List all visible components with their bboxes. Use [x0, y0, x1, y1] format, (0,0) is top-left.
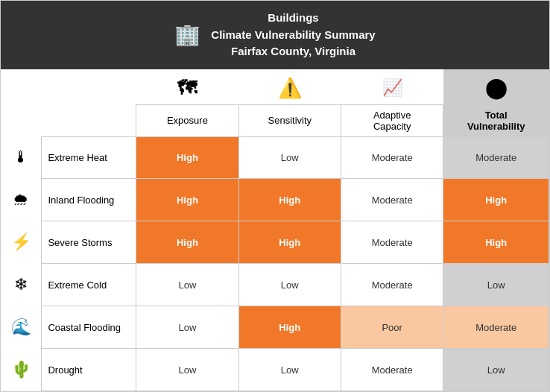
main-container: 🏢 Buildings Climate Vulnerability Summar… — [0, 0, 550, 392]
table-row: 🌧Inland FloodingHighHighModerateHigh — [1, 179, 549, 221]
row-label-3: Extreme Cold — [42, 264, 136, 306]
table-body: 🌡Extreme HeatHighLowModerateModerate🌧Inl… — [1, 136, 549, 391]
label-header-row: Exposure Sensitivity AdaptiveCapacity To… — [1, 104, 549, 136]
exposure-cell-2: High — [136, 221, 238, 264]
adaptive-cell-5: Moderate — [341, 349, 443, 391]
row-icon-4: 🌊 — [1, 306, 42, 349]
icon-row-empty1 — [1, 69, 42, 105]
row-label-1: Inland Flooding — [42, 179, 136, 221]
exposure-cell-4: Low — [136, 306, 238, 349]
exposure-cell-5: Low — [136, 349, 238, 391]
adaptive-header: AdaptiveCapacity — [341, 104, 443, 136]
row-label-0: Extreme Heat — [42, 136, 136, 179]
table-row: ⚡Severe StormsHighHighModerateHigh — [1, 221, 549, 264]
total-cell-3: Low — [443, 264, 549, 306]
exposure-header: Exposure — [136, 104, 238, 136]
exposure-cell-3: Low — [136, 264, 238, 306]
adaptive-cell-2: Moderate — [341, 221, 443, 264]
row-icon-5: 🌵 — [1, 349, 42, 391]
icon-header-row: 🗺 ⚠️ 📈 ⬤ — [1, 69, 549, 105]
total-cell-4: Moderate — [443, 306, 549, 349]
vulnerability-table: 🗺 ⚠️ 📈 ⬤ Exposure Sensitivity AdaptiveCa… — [1, 69, 549, 392]
adaptive-cell-1: Moderate — [341, 179, 443, 221]
label-row-empty1 — [1, 104, 42, 136]
header-title-line2: Climate Vulnerability Summary — [211, 27, 375, 44]
adaptive-cell-4: Poor — [341, 306, 443, 349]
table-area: 🗺 ⚠️ 📈 ⬤ Exposure Sensitivity AdaptiveCa… — [1, 69, 549, 392]
exposure-cell-0: High — [136, 136, 238, 179]
total-icon-cell: ⬤ — [443, 69, 549, 105]
sensitivity-cell-5: Low — [238, 349, 341, 391]
total-header: TotalVulnerability — [443, 104, 549, 136]
total-cell-2: High — [443, 221, 549, 264]
sensitivity-cell-1: High — [238, 179, 341, 221]
row-label-5: Drought — [42, 349, 136, 391]
label-row-empty2 — [42, 104, 136, 136]
exposure-cell-1: High — [136, 179, 238, 221]
row-icon-1: 🌧 — [1, 179, 42, 221]
sensitivity-cell-4: High — [238, 306, 341, 349]
table-row: 🌊Coastal FloodingLowHighPoorModerate — [1, 306, 549, 349]
total-cell-1: High — [443, 179, 549, 221]
table-row: 🌵DroughtLowLowModerateLow — [1, 349, 549, 391]
row-icon-2: ⚡ — [1, 221, 42, 264]
row-icon-3: ❄ — [1, 264, 42, 306]
table-row: ❄Extreme ColdLowLowModerateLow — [1, 264, 549, 306]
adaptive-cell-3: Moderate — [341, 264, 443, 306]
header-title-line3: Fairfax County, Virginia — [211, 43, 375, 60]
table-row: 🌡Extreme HeatHighLowModerateModerate — [1, 136, 549, 179]
header-title-line1: Buildings — [211, 10, 375, 27]
header-text-block: Buildings Climate Vulnerability Summary … — [211, 10, 375, 60]
sensitivity-header: Sensitivity — [238, 104, 341, 136]
row-label-2: Severe Storms — [42, 221, 136, 264]
adaptive-cell-0: Moderate — [341, 136, 443, 179]
sensitivity-cell-0: Low — [238, 136, 341, 179]
sensitivity-icon-cell: ⚠️ — [238, 69, 341, 105]
buildings-icon: 🏢 — [174, 25, 200, 45]
icon-row-empty2 — [42, 69, 136, 105]
row-icon-0: 🌡 — [1, 136, 42, 179]
page-header: 🏢 Buildings Climate Vulnerability Summar… — [1, 1, 549, 69]
total-cell-0: Moderate — [443, 136, 549, 179]
sensitivity-cell-2: High — [238, 221, 341, 264]
exposure-icon-cell: 🗺 — [136, 69, 238, 105]
adaptive-icon-cell: 📈 — [341, 69, 443, 105]
sensitivity-cell-3: Low — [238, 264, 341, 306]
row-label-4: Coastal Flooding — [42, 306, 136, 349]
total-cell-5: Low — [443, 349, 549, 391]
